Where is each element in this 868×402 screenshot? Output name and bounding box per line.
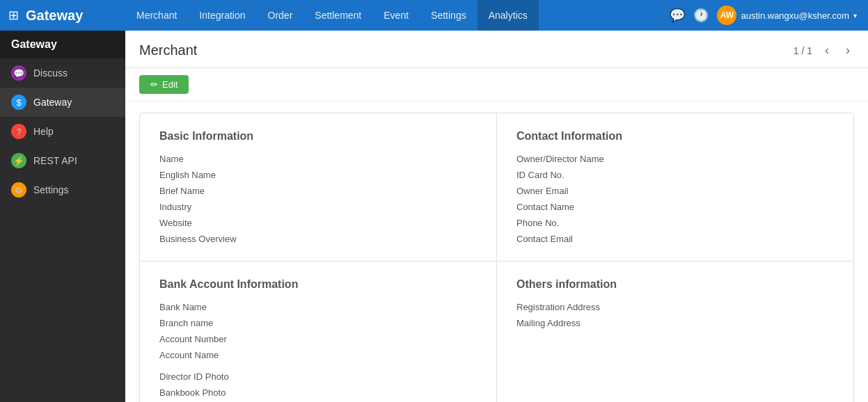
field-owner-email-label: Owner Email (516, 186, 628, 196)
field-business-overview: Business Overview (159, 234, 477, 244)
field-owner-director-label: Owner/Director Name (516, 154, 628, 164)
sidebar-label-gateway: Gateway (33, 97, 72, 108)
field-website: Website (159, 218, 477, 228)
contact-info-title: Contact Information (516, 130, 834, 143)
field-account-name-label: Account Name (159, 350, 271, 360)
others-info-section: Others information Registration Address … (496, 262, 853, 402)
sidebar-label-rest: REST API (33, 155, 77, 166)
sidebar-item-discuss[interactable]: 💬 Discuss (0, 58, 125, 88)
user-menu[interactable]: AW austin.wangxu@ksher.com ▾ (717, 6, 857, 25)
nav-integration[interactable]: Integration (188, 0, 256, 31)
grid-icon[interactable]: ⊞ (8, 8, 19, 23)
nav-settlement[interactable]: Settlement (303, 0, 372, 31)
field-owner-email: Owner Email (516, 186, 834, 196)
field-business-overview-label: Business Overview (159, 234, 271, 244)
photo-fields: Director ID Photo Bankbook Photo Shop Ph… (159, 371, 477, 402)
discuss-icon: 💬 (11, 65, 26, 81)
top-nav-right: 💬 🕐 AW austin.wangxu@ksher.com ▾ (658, 6, 868, 25)
sidebar-item-help[interactable]: ? Help (0, 117, 125, 146)
field-english-name-label: English Name (159, 170, 271, 180)
others-info-title: Others information (516, 278, 834, 291)
field-name-label: Name (159, 154, 271, 164)
field-account-number: Account Number (159, 334, 477, 344)
field-registration-address: Registration Address (516, 302, 834, 312)
sidebar-title: Gateway (0, 31, 125, 58)
field-bank-name: Bank Name (159, 302, 477, 312)
field-mailing-label: Mailing Address (516, 318, 628, 328)
sidebar-item-settings[interactable]: ⚙ Settings (0, 175, 125, 204)
sidebar-label-discuss: Discuss (33, 67, 68, 79)
basic-info-title: Basic Information (159, 130, 477, 143)
field-industry: Industry (159, 202, 477, 212)
field-brief-name-label: Brief Name (159, 186, 271, 196)
settings-icon: ⚙ (11, 182, 26, 198)
top-sections: Basic Information Name English Name Brie… (140, 113, 853, 261)
top-nav-menu: Merchant Integration Order Settlement Ev… (125, 0, 658, 31)
nav-settings[interactable]: Settings (420, 0, 478, 31)
contact-info-section: Contact Information Owner/Director Name … (496, 113, 853, 261)
user-name: austin.wangxu@ksher.com (741, 10, 849, 21)
bank-info-fields: Bank Name Branch name Account Number Acc… (159, 302, 477, 360)
toolbar: ✏ Edit (125, 68, 868, 102)
content-area: Merchant 1 / 1 ‹ › ✏ Edit Basic Informat (125, 31, 868, 402)
nav-merchant[interactable]: Merchant (125, 0, 188, 31)
content-header: Merchant 1 / 1 ‹ › (125, 31, 868, 68)
contact-info-fields: Owner/Director Name ID Card No. Owner Em… (516, 154, 834, 244)
field-contact-name: Contact Name (516, 202, 834, 212)
pagination-prev-button[interactable]: ‹ (821, 42, 833, 59)
sidebar-label-help: Help (33, 126, 54, 137)
bank-info-section: Bank Account Information Bank Name Branc… (140, 262, 496, 402)
rest-icon: ⚡ (11, 153, 26, 168)
edit-icon: ✏ (150, 79, 158, 90)
help-icon: ? (11, 124, 26, 139)
field-website-label: Website (159, 218, 271, 228)
pagination-info: 1 / 1 (794, 45, 812, 56)
bottom-sections: Bank Account Information Bank Name Branc… (140, 261, 853, 402)
field-phone-label: Phone No. (516, 218, 628, 228)
field-account-name: Account Name (159, 350, 477, 360)
field-bankbook-photo-label: Bankbook Photo (159, 387, 271, 398)
field-registration-label: Registration Address (516, 302, 628, 312)
chat-icon[interactable]: 💬 (670, 8, 685, 23)
field-name: Name (159, 154, 477, 164)
field-industry-label: Industry (159, 202, 271, 212)
page-title: Merchant (139, 42, 197, 58)
field-owner-director-name: Owner/Director Name (516, 154, 834, 164)
field-mailing-address: Mailing Address (516, 318, 834, 328)
pagination-next-button[interactable]: › (842, 42, 854, 59)
others-info-fields: Registration Address Mailing Address (516, 302, 834, 328)
field-bankbook-photo: Bankbook Photo (159, 387, 477, 398)
field-phone-no: Phone No. (516, 218, 834, 228)
field-english-name: English Name (159, 170, 477, 180)
sidebar-item-rest-api[interactable]: ⚡ REST API (0, 146, 125, 175)
nav-event[interactable]: Event (372, 0, 420, 31)
nav-analytics[interactable]: Analytics (478, 0, 539, 31)
nav-order[interactable]: Order (257, 0, 304, 31)
field-contact-name-label: Contact Name (516, 202, 628, 212)
field-id-card-label: ID Card No. (516, 170, 628, 180)
top-navigation: ⊞ Gateway Merchant Integration Order Set… (0, 0, 868, 31)
brand-area: ⊞ Gateway (0, 8, 125, 24)
form-inner: Basic Information Name English Name Brie… (139, 113, 854, 402)
field-bank-name-label: Bank Name (159, 302, 271, 312)
field-director-photo-label: Director ID Photo (159, 371, 271, 382)
edit-button[interactable]: ✏ Edit (139, 75, 189, 94)
field-contact-email-label: Contact Email (516, 234, 628, 244)
dropdown-arrow-icon: ▾ (853, 12, 857, 19)
field-account-number-label: Account Number (159, 334, 271, 344)
clock-icon[interactable]: 🕐 (693, 8, 709, 23)
basic-info-section: Basic Information Name English Name Brie… (140, 113, 496, 261)
field-branch-name-label: Branch name (159, 318, 271, 328)
basic-info-fields: Name English Name Brief Name Industry (159, 154, 477, 244)
field-id-card: ID Card No. (516, 170, 834, 180)
brand-title: Gateway (26, 8, 83, 24)
sidebar-item-gateway[interactable]: $ Gateway (0, 88, 125, 117)
form-content: Basic Information Name English Name Brie… (125, 102, 868, 402)
sidebar-label-settings: Settings (33, 184, 69, 195)
main-layout: Gateway 💬 Discuss $ Gateway ? Help ⚡ RES… (0, 31, 868, 402)
field-branch-name: Branch name (159, 318, 477, 328)
header-right: 1 / 1 ‹ › (794, 42, 854, 59)
field-director-id-photo: Director ID Photo (159, 371, 477, 382)
field-brief-name: Brief Name (159, 186, 477, 196)
gateway-icon: $ (11, 95, 26, 110)
